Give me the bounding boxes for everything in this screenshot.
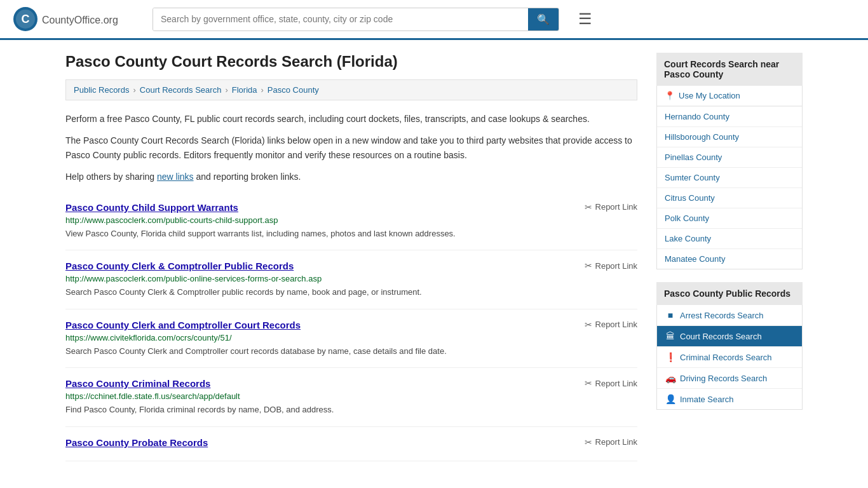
sidebar: Court Records Search near Pasco County 📍…	[656, 53, 803, 461]
breadcrumb: Public Records › Court Records Search › …	[65, 79, 637, 100]
public-records-item[interactable]: 👤 Inmate Search	[657, 389, 802, 409]
result-item: Pasco County Criminal Records ✂ Report L…	[65, 368, 637, 427]
public-records-item[interactable]: ❗ Criminal Records Search	[657, 347, 802, 368]
breadcrumb-pasco[interactable]: Pasco County	[268, 85, 319, 95]
report-link[interactable]: ✂ Report Link	[585, 437, 637, 447]
result-item: Pasco County Child Support Warrants ✂ Re…	[65, 192, 637, 251]
breadcrumb-court-records[interactable]: Court Records Search	[140, 85, 222, 95]
result-item: Pasco County Clerk and Comptroller Court…	[65, 309, 637, 369]
nearby-county-link[interactable]: Pinellas County	[657, 147, 802, 167]
result-title-row: Pasco County Criminal Records ✂ Report L…	[65, 378, 637, 389]
breadcrumb-public-records[interactable]: Public Records	[74, 85, 129, 95]
report-link-icon: ✂	[585, 378, 592, 388]
public-records-item[interactable]: ■ Arrest Records Search	[657, 305, 802, 326]
search-bar[interactable]: 🔍	[153, 8, 559, 31]
result-url: http://www.pascoclerk.com/public-courts-…	[65, 215, 637, 225]
use-location-item[interactable]: 📍 Use My Location	[657, 86, 802, 107]
result-desc: Search Pasco County Clerk and Comptrolle…	[65, 345, 637, 358]
nearby-county-link[interactable]: Sumter County	[657, 168, 802, 187]
nearby-county-item[interactable]: Manatee County	[657, 249, 802, 269]
main-content: Pasco County Court Records Search (Flori…	[65, 53, 637, 461]
result-url: https://cchinet.fdle.state.fl.us/search/…	[65, 391, 637, 401]
nearby-county-item[interactable]: Lake County	[657, 229, 802, 249]
nearby-county-link[interactable]: Manatee County	[657, 249, 802, 269]
sidebar-item-icon: 👤	[665, 394, 676, 404]
result-title-row: Pasco County Clerk and Comptroller Court…	[65, 320, 637, 330]
nearby-county-link[interactable]: Hillsborough County	[657, 127, 802, 147]
nearby-section: Court Records Search near Pasco County 📍…	[656, 53, 803, 269]
page-title: Pasco County Court Records Search (Flori…	[65, 53, 637, 71]
nearby-county-item[interactable]: Citrus County	[657, 188, 802, 208]
report-link[interactable]: ✂ Report Link	[585, 378, 637, 388]
search-icon: 🔍	[537, 14, 550, 25]
sidebar-item-icon: 🚗	[665, 373, 676, 383]
results-list: Pasco County Child Support Warrants ✂ Re…	[65, 192, 637, 461]
result-desc: Find Pasco County, Florida criminal reco…	[65, 403, 637, 416]
result-title-row: Pasco County Child Support Warrants ✂ Re…	[65, 202, 637, 213]
public-records-list: ■ Arrest Records Search 🏛 Court Records …	[656, 305, 803, 410]
page-container: Pasco County Court Records Search (Flori…	[53, 40, 815, 474]
nearby-county-link[interactable]: Hernando County	[657, 107, 802, 126]
nearby-list: 📍 Use My Location Hernando CountyHillsbo…	[656, 86, 803, 269]
result-desc: View Pasco County, Florida child support…	[65, 227, 637, 240]
result-item: Pasco County Probate Records ✂ Report Li…	[65, 427, 637, 461]
report-link-icon: ✂	[585, 437, 592, 447]
public-records-item[interactable]: 🚗 Driving Records Search	[657, 368, 802, 389]
result-url: http://www.pascoclerk.com/public-online-…	[65, 274, 637, 283]
nearby-county-item[interactable]: Pinellas County	[657, 147, 802, 168]
search-button[interactable]: 🔍	[528, 8, 559, 30]
public-records-link[interactable]: 🚗 Driving Records Search	[657, 368, 802, 388]
result-title-link[interactable]: Pasco County Clerk & Comptroller Public …	[65, 261, 294, 271]
new-links-link[interactable]: new links	[157, 172, 194, 182]
report-link-icon: ✂	[585, 320, 592, 330]
public-records-link[interactable]: ■ Arrest Records Search	[657, 305, 802, 325]
public-records-link[interactable]: ❗ Criminal Records Search	[657, 347, 802, 367]
public-records-item[interactable]: 🏛 Court Records Search	[657, 326, 802, 347]
nearby-county-item[interactable]: Sumter County	[657, 168, 802, 188]
public-records-header: Pasco County Public Records	[656, 282, 803, 305]
report-link[interactable]: ✂ Report Link	[585, 202, 637, 212]
search-input[interactable]	[153, 8, 528, 30]
description-para1: Perform a free Pasco County, FL public c…	[65, 112, 637, 126]
nearby-county-link[interactable]: Polk County	[657, 208, 802, 228]
logo-text: CountyOffice.org	[42, 12, 118, 27]
report-link[interactable]: ✂ Report Link	[585, 320, 637, 330]
nearby-county-item[interactable]: Hillsborough County	[657, 127, 802, 147]
logo-area[interactable]: C CountyOffice.org	[13, 6, 140, 32]
public-records-section: Pasco County Public Records ■ Arrest Rec…	[656, 282, 803, 410]
menu-icon[interactable]: ☰	[578, 10, 592, 28]
result-url: https://www.civitekflorida.com/ocrs/coun…	[65, 333, 637, 342]
svg-text:C: C	[22, 13, 30, 25]
result-title-row: Pasco County Clerk & Comptroller Public …	[65, 261, 637, 271]
report-link[interactable]: ✂ Report Link	[585, 261, 637, 271]
sidebar-item-icon: ❗	[665, 352, 676, 362]
nearby-county-item[interactable]: Hernando County	[657, 107, 802, 127]
result-item: Pasco County Clerk & Comptroller Public …	[65, 250, 637, 309]
logo-icon: C	[13, 6, 38, 32]
public-records-link[interactable]: 🏛 Court Records Search	[657, 326, 802, 346]
site-header: C CountyOffice.org 🔍 ☰	[0, 0, 868, 40]
breadcrumb-florida[interactable]: Florida	[232, 85, 257, 95]
use-location-link[interactable]: 📍 Use My Location	[657, 86, 802, 106]
description-para3: Help others by sharing new links and rep…	[65, 170, 637, 184]
result-title-row: Pasco County Probate Records ✂ Report Li…	[65, 437, 637, 448]
location-icon: 📍	[665, 91, 675, 100]
nearby-header: Court Records Search near Pasco County	[656, 53, 803, 86]
report-link-icon: ✂	[585, 261, 592, 271]
result-title-link[interactable]: Pasco County Criminal Records	[65, 378, 210, 389]
result-title-link[interactable]: Pasco County Clerk and Comptroller Court…	[65, 320, 301, 330]
nearby-county-item[interactable]: Polk County	[657, 208, 802, 229]
result-desc: Search Pasco County Clerk & Comptroller …	[65, 286, 637, 299]
nearby-county-link[interactable]: Citrus County	[657, 188, 802, 208]
public-records-link[interactable]: 👤 Inmate Search	[657, 389, 802, 409]
result-title-link[interactable]: Pasco County Probate Records	[65, 437, 208, 448]
description-para2: The Pasco County Court Records Search (F…	[65, 133, 637, 162]
result-title-link[interactable]: Pasco County Child Support Warrants	[65, 202, 238, 213]
sidebar-item-icon: 🏛	[665, 331, 676, 341]
sidebar-item-icon: ■	[665, 310, 676, 320]
nearby-county-link[interactable]: Lake County	[657, 229, 802, 248]
report-link-icon: ✂	[585, 202, 592, 212]
